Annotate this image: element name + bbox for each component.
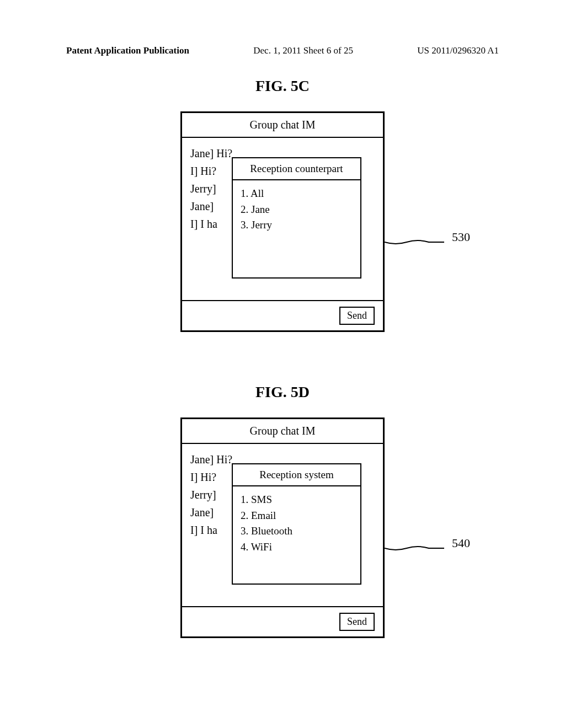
reference-number: 530 [452, 230, 470, 244]
popup-item[interactable]: 3. Jerry [241, 217, 353, 233]
popup-item[interactable]: 2. Jane [241, 202, 353, 218]
popup-title: Reception counterpart [233, 158, 360, 180]
popup-items: 1. All 2. Jane 3. Jerry [233, 180, 360, 239]
device-frame: Group chat IM Jane] Hi? I] Hi? Jerry] Ja… [180, 111, 385, 332]
input-area[interactable]: Send [182, 606, 383, 636]
popup-item[interactable]: 4. WiFi [241, 539, 353, 555]
input-area[interactable]: Send [182, 300, 383, 330]
reference-number: 540 [452, 536, 470, 550]
send-button[interactable]: Send [339, 307, 375, 325]
header-publication: Patent Application Publication [66, 45, 189, 56]
figure-wrapper: Group chat IM Jane] Hi? I] Hi? Jerry] Ja… [180, 111, 385, 332]
figure-5d: FIG. 5D Group chat IM Jane] Hi? I] Hi? J… [180, 383, 385, 638]
device-frame: Group chat IM Jane] Hi? I] Hi? Jerry] Ja… [180, 417, 385, 638]
popup-title: Reception system [233, 464, 360, 486]
page-header: Patent Application Publication Dec. 1, 2… [66, 45, 499, 56]
chat-area: Jane] Hi? I] Hi? Jerry] Jane] I] I ha Re… [182, 444, 383, 604]
callout-line-icon [385, 235, 445, 249]
popup-item[interactable]: 3. Bluetooth [241, 523, 353, 539]
title-bar: Group chat IM [182, 419, 383, 444]
header-date-sheet: Dec. 1, 2011 Sheet 6 of 25 [253, 45, 353, 56]
popup-item[interactable]: 1. SMS [241, 492, 353, 508]
figure-5c: FIG. 5C Group chat IM Jane] Hi? I] Hi? J… [180, 77, 385, 332]
send-button[interactable]: Send [339, 613, 375, 631]
popup-item[interactable]: 1. All [241, 186, 353, 202]
popup-items: 1. SMS 2. Email 3. Bluetooth 4. WiFi [233, 486, 360, 560]
header-patent-number: US 2011/0296320 A1 [417, 45, 499, 56]
popup-reception-system[interactable]: Reception system 1. SMS 2. Email 3. Blue… [232, 463, 361, 585]
popup-reception-counterpart[interactable]: Reception counterpart 1. All 2. Jane 3. … [232, 157, 361, 279]
title-bar: Group chat IM [182, 113, 383, 138]
figure-wrapper: Group chat IM Jane] Hi? I] Hi? Jerry] Ja… [180, 417, 385, 638]
popup-item[interactable]: 2. Email [241, 508, 353, 524]
callout-line-icon [385, 542, 445, 555]
figure-label: FIG. 5C [180, 77, 385, 95]
chat-area: Jane] Hi? I] Hi? Jerry] Jane] I] I ha Re… [182, 138, 383, 298]
figure-label: FIG. 5D [180, 383, 385, 401]
